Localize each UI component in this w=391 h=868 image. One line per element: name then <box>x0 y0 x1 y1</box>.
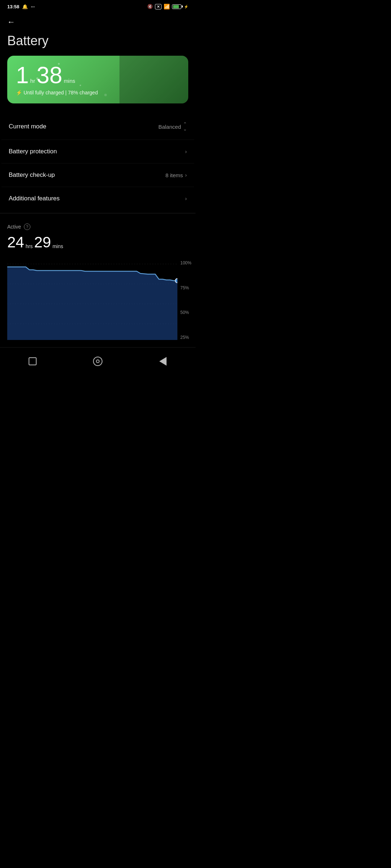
menu-item-battery-checkup[interactable]: Battery check-up 8 items › <box>1 163 194 187</box>
menu-label-current-mode: Current mode <box>9 123 46 130</box>
chart-labels: 100% 75% 50% 25% <box>177 260 196 340</box>
back-icon <box>159 357 167 366</box>
chart-label-75: 75% <box>180 285 193 290</box>
back-nav-button[interactable] <box>154 353 172 370</box>
section-divider <box>0 213 196 213</box>
recents-icon <box>29 357 37 365</box>
screen-record-icon: ✕ <box>155 4 161 9</box>
chevron-right-icon: › <box>185 196 187 201</box>
charge-info: ⚡ Until fully charged | 78% charged <box>16 90 180 95</box>
menu-label-additional-features: Additional features <box>9 195 60 202</box>
chart-label-100: 100% <box>180 260 193 265</box>
home-icon <box>93 357 102 366</box>
charge-hours-unit: hr <box>30 78 35 84</box>
chevron-right-icon: › <box>185 172 187 178</box>
battery-chart: 100% 75% 50% 25% <box>7 260 196 340</box>
more-icon: ··· <box>31 4 35 9</box>
active-label: Active ? <box>7 224 188 230</box>
charge-info-text: Until fully charged | 78% charged <box>24 90 98 95</box>
help-icon[interactable]: ? <box>24 224 30 230</box>
charge-mins: 38 <box>37 64 62 87</box>
bolt-icon: ⚡ <box>16 90 22 95</box>
notification-icon: 🔔 <box>22 4 28 9</box>
active-hours: 24 <box>7 234 24 251</box>
charge-mins-unit: mins <box>64 78 75 84</box>
status-time: 13:58 <box>7 4 19 9</box>
active-mins-unit: mins <box>52 243 63 249</box>
home-button[interactable] <box>89 353 106 370</box>
back-button[interactable]: ← <box>0 12 196 30</box>
mute-icon: 🔇 <box>147 4 153 9</box>
chart-svg-container <box>7 260 177 340</box>
active-text: Active <box>7 224 21 230</box>
page-title: Battery <box>0 30 196 56</box>
status-bar: 13:58 🔔 ··· 🔇 ✕ 📶 ⚡ <box>0 0 196 12</box>
menu-item-additional-features[interactable]: Additional features › <box>1 187 194 210</box>
recents-button[interactable] <box>24 353 41 370</box>
active-time-row: 24 hrs 29 mins <box>7 234 188 251</box>
active-section: Active ? 24 hrs 29 mins <box>0 216 196 260</box>
charge-hours: 1 <box>16 64 29 87</box>
chevron-updown-icon: ⌃⌄ <box>183 122 187 132</box>
menu-label-battery-checkup: Battery check-up <box>9 171 55 179</box>
battery-fill <box>173 5 179 8</box>
status-right: 🔇 ✕ 📶 ⚡ <box>147 4 188 9</box>
nav-bar <box>0 347 196 379</box>
charging-bolt-icon: ⚡ <box>184 5 188 9</box>
battery-card-content: 1 hr 38 mins ⚡ Until fully charged | 78%… <box>16 64 180 95</box>
menu-item-current-mode[interactable]: Current mode Balanced ⌃⌄ <box>1 114 194 140</box>
charge-time-row: 1 hr 38 mins <box>16 64 180 87</box>
menu-right-battery-checkup: 8 items › <box>165 172 187 178</box>
battery-checkup-count: 8 items <box>165 172 183 178</box>
menu-right-battery-protection: › <box>185 149 187 154</box>
status-left: 13:58 🔔 ··· <box>7 4 35 9</box>
chart-label-25: 25% <box>180 335 193 340</box>
current-mode-value: Balanced <box>158 124 181 130</box>
home-icon-inner <box>96 359 100 363</box>
battery-card: 1 hr 38 mins ⚡ Until fully charged | 78%… <box>7 56 188 103</box>
active-hours-unit: hrs <box>26 243 33 249</box>
menu-right-additional-features: › <box>185 196 187 201</box>
battery-status-icon <box>172 4 181 9</box>
menu-right-current-mode: Balanced ⌃⌄ <box>158 122 187 132</box>
active-mins: 29 <box>34 234 51 251</box>
menu-section: Current mode Balanced ⌃⌄ Battery protect… <box>0 114 196 210</box>
chart-svg <box>7 260 177 340</box>
wifi-icon: 📶 <box>164 4 170 9</box>
menu-item-battery-protection[interactable]: Battery protection › <box>1 140 194 163</box>
chevron-right-icon: › <box>185 149 187 154</box>
chart-label-50: 50% <box>180 310 193 315</box>
menu-label-battery-protection: Battery protection <box>9 148 57 155</box>
